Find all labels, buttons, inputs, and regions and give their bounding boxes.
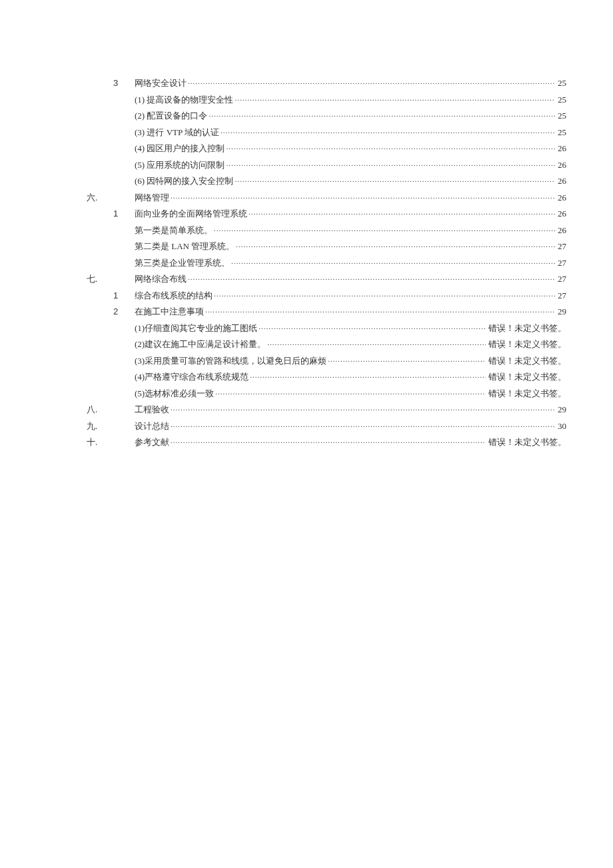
toc-title: 第三类是企业管理系统。: [135, 257, 230, 269]
toc-page-number: 错误！未定义书签。: [487, 355, 566, 367]
toc-row: (5) 应用系统的访问限制26: [87, 159, 566, 175]
toc-page-number: 25: [556, 95, 566, 105]
toc-row: (1) 提高设备的物理安全性25: [87, 93, 566, 110]
toc-row: (2)建议在施工中应满足设计裕量。错误！未定义书签。: [87, 338, 566, 354]
toc-page-number: 26: [556, 160, 566, 171]
toc-leader-dots: [215, 387, 486, 396]
toc-title: (5) 应用系统的访问限制: [135, 159, 225, 171]
toc-title: (4) 园区用户的接入控制: [135, 143, 225, 155]
toc-page-number: 27: [556, 290, 566, 301]
toc-leader-dots: [205, 305, 555, 314]
toc-row: (4) 园区用户的接入控制26: [87, 142, 566, 159]
toc-leader-dots: [226, 142, 555, 151]
toc-row: 2在施工中注意事项29: [87, 305, 566, 322]
toc-page-number: 26: [556, 176, 566, 187]
toc-subsection-number: 3: [113, 78, 135, 88]
toc-page-number: 26: [556, 225, 566, 236]
toc-leader-dots: [231, 256, 555, 266]
toc-title: 网络安全设计: [135, 77, 187, 89]
toc-row: 第一类是简单系统。26: [87, 224, 566, 240]
toc-section-number: 八.: [87, 404, 113, 416]
toc-row: 3网络安全设计25: [87, 77, 566, 93]
toc-leader-dots: [171, 403, 555, 412]
toc-title: 综合布线系统的结构: [135, 290, 213, 302]
toc-title: 网络管理: [135, 192, 169, 204]
toc-leader-dots: [221, 126, 555, 135]
toc-leader-dots: [171, 420, 555, 429]
toc-title: 第二类是 LAN 管理系统。: [135, 240, 235, 252]
toc-row: 八.工程验收29: [87, 403, 566, 420]
toc-section-number: 六.: [87, 192, 113, 204]
toc-leader-dots: [235, 93, 555, 103]
toc-title: (5)选材标准必须一致: [135, 388, 214, 400]
toc-title: (3) 进行 VTP 域的认证: [135, 127, 219, 139]
toc-row: (6) 因特网的接入安全控制26: [87, 175, 566, 191]
toc-title: (4)严格遵守综合布线系统规范: [135, 371, 249, 383]
toc-title: (2)建议在施工中应满足设计裕量。: [135, 338, 266, 350]
toc-section-number: 七.: [87, 273, 113, 285]
toc-leader-dots: [259, 322, 486, 331]
toc-leader-dots: [249, 207, 555, 217]
toc-leader-dots: [214, 289, 555, 298]
toc-page-number: 27: [556, 258, 566, 268]
toc-title: 网络综合布线: [135, 273, 187, 285]
toc-title: 面向业务的全面网络管理系统: [135, 208, 247, 220]
toc-subsection-number: 1: [113, 290, 135, 300]
toc-row: (1)仔细查阅其它专业的施工图纸错误！未定义书签。: [87, 322, 566, 338]
toc-page-number: 30: [556, 421, 566, 432]
toc-title: (1)仔细查阅其它专业的施工图纸: [135, 322, 257, 334]
toc-page-number: 29: [556, 306, 566, 317]
toc-page-number: 25: [556, 127, 566, 138]
toc-row: (3) 进行 VTP 域的认证25: [87, 126, 566, 143]
toc-leader-dots: [171, 191, 555, 201]
toc-title: (3)采用质量可靠的管路和线缆，以避免日后的麻烦: [135, 355, 326, 367]
toc-row: 1综合布线系统的结构27: [87, 289, 566, 306]
toc-title: 工程验收: [135, 404, 169, 416]
toc-leader-dots: [235, 175, 555, 184]
toc-content: 3网络安全设计25(1) 提高设备的物理安全性25(2) 配置设备的口令25(3…: [87, 77, 566, 452]
toc-title: (1) 提高设备的物理安全性: [135, 94, 233, 106]
toc-leader-dots: [209, 109, 555, 119]
toc-row: 第二类是 LAN 管理系统。27: [87, 240, 566, 256]
toc-leader-dots: [188, 272, 555, 282]
toc-subsection-number: 2: [113, 306, 135, 316]
toc-page-number: 29: [556, 404, 566, 415]
toc-page-number: 26: [556, 193, 566, 203]
toc-leader-dots: [226, 159, 555, 168]
toc-title: (6) 因特网的接入安全控制: [135, 175, 233, 187]
toc-page-number: 27: [556, 274, 566, 284]
toc-page-number: 错误！未定义书签。: [487, 371, 566, 383]
toc-title: (2) 配置设备的口令: [135, 110, 207, 122]
toc-leader-dots: [188, 77, 555, 86]
toc-row: 七.网络综合布线27: [87, 272, 566, 289]
toc-page-number: 25: [556, 111, 566, 121]
toc-title: 在施工中注意事项: [135, 306, 204, 318]
toc-section-number: 十.: [87, 436, 113, 448]
toc-row: 九.设计总结30: [87, 420, 566, 436]
toc-title: 参考文献: [135, 436, 169, 448]
toc-page-number: 26: [556, 143, 566, 154]
toc-page-number: 错误！未定义书签。: [487, 322, 566, 334]
toc-row: 第三类是企业管理系统。27: [87, 256, 566, 273]
toc-page-number: 26: [556, 209, 566, 219]
toc-leader-dots: [267, 338, 486, 347]
toc-page-number: 错误！未定义书签。: [487, 338, 566, 350]
toc-leader-dots: [171, 436, 486, 445]
toc-row: 六.网络管理26: [87, 191, 566, 208]
toc-page-number: 错误！未定义书签。: [487, 436, 566, 448]
toc-row: 1面向业务的全面网络管理系统26: [87, 207, 566, 224]
toc-leader-dots: [236, 240, 555, 249]
toc-row: (3)采用质量可靠的管路和线缆，以避免日后的麻烦错误！未定义书签。: [87, 354, 566, 371]
toc-row: (4)严格遵守综合布线系统规范错误！未定义书签。: [87, 370, 566, 387]
toc-page-number: 25: [556, 78, 566, 89]
toc-page-number: 错误！未定义书签。: [487, 388, 566, 400]
toc-title: 设计总结: [135, 420, 169, 432]
toc-section-number: 九.: [87, 420, 113, 432]
toc-row: (5)选材标准必须一致错误！未定义书签。: [87, 387, 566, 404]
toc-page-number: 27: [556, 241, 566, 252]
toc-subsection-number: 1: [113, 209, 135, 218]
toc-leader-dots: [214, 224, 555, 233]
toc-title: 第一类是简单系统。: [135, 224, 213, 236]
toc-leader-dots: [328, 354, 486, 364]
toc-leader-dots: [250, 370, 486, 380]
